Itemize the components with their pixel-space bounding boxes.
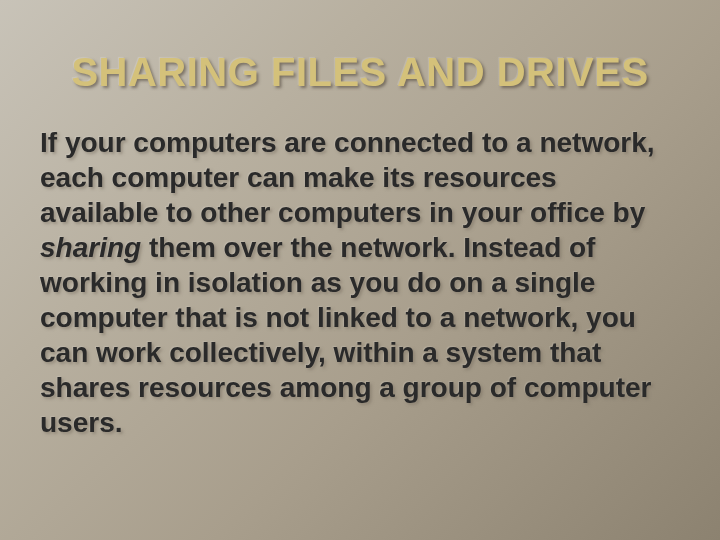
body-emphasis: sharing: [40, 232, 141, 263]
slide-title: SHARING FILES AND DRIVES: [40, 50, 680, 95]
slide-body: If your computers are connected to a net…: [40, 125, 680, 440]
body-text-pre: If your computers are connected to a net…: [40, 127, 655, 228]
